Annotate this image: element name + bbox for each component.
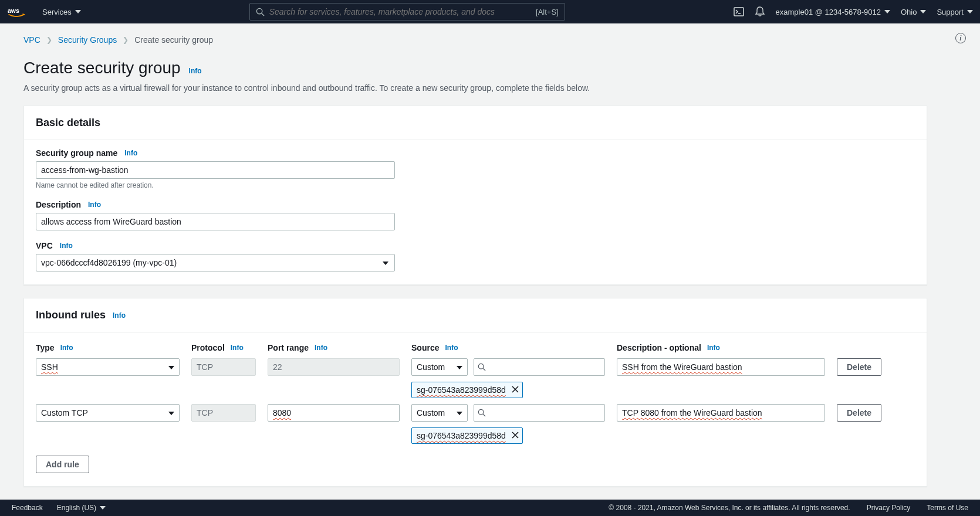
terms-link[interactable]: Terms of Use [927, 504, 968, 512]
page-scroll[interactable]: VPC ❯ Security Groups ❯ Create security … [0, 23, 980, 500]
sg-desc-label: Description [36, 200, 81, 209]
region-menu[interactable]: Ohio [901, 8, 926, 16]
rule-protocol [191, 404, 256, 422]
rule-type-value: Custom TCP [41, 408, 88, 417]
col-protocol-info[interactable]: Info [231, 344, 244, 352]
chevron-right-icon: ❯ [123, 36, 129, 44]
sg-vpc-field: VPC Info vpc-066dcccf4d8026199 (my-vpc-0… [36, 241, 915, 271]
remove-tag-icon[interactable] [512, 385, 519, 395]
search-icon [478, 363, 486, 371]
rule-port-value: 8080 [273, 408, 291, 417]
rule-row: Custom TCP 8080 Custom [36, 404, 915, 444]
caret-down-icon [383, 262, 388, 265]
col-port-info[interactable]: Info [315, 344, 327, 352]
delete-rule-button[interactable]: Delete [837, 358, 881, 376]
rule-source-mode[interactable]: Custom [411, 404, 468, 422]
col-port: Port range [268, 343, 309, 352]
inbound-rules-info[interactable]: Info [113, 311, 126, 320]
caret-down-icon [967, 10, 973, 13]
rule-source-tag-value: sg-076543a823999d58d [417, 431, 506, 440]
footer: Feedback English (US) © 2008 - 2021, Ama… [0, 500, 980, 516]
col-source: Source [411, 343, 439, 352]
col-protocol: Protocol [191, 343, 225, 352]
basic-details-title: Basic details [36, 117, 100, 129]
language-menu[interactable]: English (US) [57, 504, 106, 512]
rule-desc-input[interactable]: TCP 8080 from the WireGuard bastion [617, 404, 825, 422]
basic-details-header: Basic details [24, 106, 927, 140]
account-menu[interactable]: example01 @ 1234-5678-9012 [776, 8, 890, 16]
sg-name-info[interactable]: Info [124, 149, 137, 157]
svg-line-6 [483, 368, 485, 371]
caret-down-icon [920, 10, 926, 13]
sg-name-input[interactable] [36, 161, 395, 179]
rule-source-tag: sg-076543a823999d58d [411, 382, 523, 398]
sg-vpc-value: vpc-066dcccf4d8026199 (my-vpc-01) [41, 258, 177, 267]
inbound-rules-panel: Inbound rules Info TypeInfo ProtocolInfo… [23, 298, 927, 487]
breadcrumb-vpc[interactable]: VPC [23, 35, 40, 45]
rules-columns: TypeInfo ProtocolInfo Port rangeInfo Sou… [36, 343, 915, 352]
rule-port [268, 358, 400, 376]
svg-line-10 [483, 414, 485, 416]
delete-rule-button[interactable]: Delete [837, 404, 881, 422]
rule-type-select[interactable]: Custom TCP [36, 404, 180, 422]
sg-desc-field: Description Info [36, 200, 915, 230]
copyright: © 2008 - 2021, Amazon Web Services, Inc.… [609, 504, 850, 512]
region-label: Ohio [901, 8, 917, 16]
add-rule-button[interactable]: Add rule [36, 456, 89, 473]
breadcrumb-current: Create security group [134, 35, 213, 45]
rule-desc-value: TCP 8080 from the WireGuard bastion [622, 408, 762, 417]
sg-desc-info[interactable]: Info [88, 201, 101, 209]
remove-tag-icon[interactable] [512, 431, 519, 440]
col-desc: Description - optional [617, 343, 701, 352]
support-menu[interactable]: Support [937, 8, 973, 16]
page-title-info[interactable]: Info [189, 67, 202, 75]
rule-row: SSH Custom [36, 358, 915, 398]
caret-down-icon [100, 506, 106, 510]
chevron-right-icon: ❯ [46, 36, 52, 44]
search-input[interactable] [269, 7, 536, 16]
cloudshell-icon[interactable] [734, 6, 744, 17]
notifications-icon[interactable] [755, 6, 765, 17]
rule-source-tag: sg-076543a823999d58d [411, 427, 523, 444]
svg-line-2 [262, 13, 264, 15]
inbound-rules-header: Inbound rules Info [24, 298, 927, 332]
caret-down-icon [75, 10, 81, 13]
rule-source-search[interactable] [474, 404, 605, 422]
rule-protocol [191, 358, 256, 376]
svg-text:aws: aws [8, 7, 19, 14]
breadcrumb: VPC ❯ Security Groups ❯ Create security … [23, 35, 927, 45]
sg-vpc-info[interactable]: Info [60, 242, 73, 250]
rule-source-mode-value: Custom [417, 362, 445, 372]
search-icon [256, 8, 265, 16]
col-type: Type [36, 343, 55, 352]
services-menu[interactable]: Services [42, 8, 81, 16]
language-label: English (US) [57, 504, 96, 512]
rule-source-tag-value: sg-076543a823999d58d [417, 385, 506, 395]
caret-down-icon [168, 366, 174, 369]
top-nav: aws Services [Alt+S] example01 @ 1234-56… [0, 0, 980, 23]
page-subtitle: A security group acts as a virtual firew… [23, 83, 927, 93]
rule-port-input[interactable]: 8080 [268, 404, 400, 422]
main-content: VPC ❯ Security Groups ❯ Create security … [0, 23, 951, 500]
sg-vpc-select[interactable]: vpc-066dcccf4d8026199 (my-vpc-01) [36, 254, 395, 271]
privacy-link[interactable]: Privacy Policy [867, 504, 911, 512]
services-label: Services [42, 8, 72, 16]
rule-desc-input[interactable]: SSH from the WireGuard bastion [617, 358, 825, 376]
rule-source-mode-value: Custom [417, 408, 445, 417]
sg-vpc-label: VPC [36, 241, 53, 250]
breadcrumb-security-groups[interactable]: Security Groups [58, 35, 117, 45]
col-desc-info[interactable]: Info [707, 344, 720, 352]
rule-source-mode[interactable]: Custom [411, 358, 468, 376]
col-source-info[interactable]: Info [445, 344, 458, 352]
rule-source-search[interactable] [474, 358, 605, 376]
page-title: Create security group [23, 59, 181, 77]
rule-type-select[interactable]: SSH [36, 358, 180, 376]
col-type-info[interactable]: Info [60, 344, 73, 352]
feedback-link[interactable]: Feedback [12, 504, 43, 512]
svg-point-5 [478, 364, 484, 369]
sg-desc-input[interactable] [36, 213, 395, 230]
rule-type-value: SSH [41, 362, 58, 372]
sg-name-hint: Name cannot be edited after creation. [36, 181, 915, 189]
caret-down-icon [168, 412, 174, 415]
global-search[interactable]: [Alt+S] [249, 3, 565, 21]
